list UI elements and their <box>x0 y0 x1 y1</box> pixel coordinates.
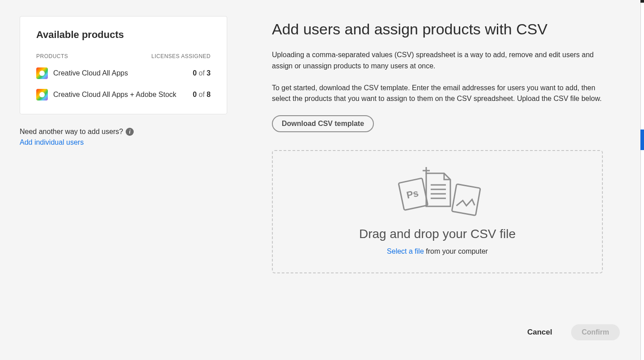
page-title: Add users and assign products with CSV <box>272 21 603 38</box>
svg-text:Ps: Ps <box>405 188 419 201</box>
svg-rect-8 <box>452 184 480 215</box>
panel-title: Available products <box>36 29 211 41</box>
intro-paragraph-2: To get started, download the CSV templat… <box>272 83 603 105</box>
need-another-label: Need another way to add users? <box>20 128 123 136</box>
available-products-panel: Available products PRODUCTS LICENSES ASS… <box>20 16 227 114</box>
creative-cloud-icon <box>36 89 48 100</box>
license-count: 0 of 3 <box>193 69 211 77</box>
dropzone-title: Drag and drop your CSV file <box>282 227 593 241</box>
column-headers: PRODUCTS LICENSES ASSIGNED <box>36 53 211 59</box>
creative-cloud-icon <box>36 67 48 79</box>
under-panel: Need another way to add users? i Add ind… <box>20 128 227 147</box>
edge-decoration <box>640 130 644 150</box>
product-name: Creative Cloud All Apps <box>53 69 193 77</box>
csv-dropzone[interactable]: Ps <box>272 150 603 273</box>
footer-actions: Cancel Confirm <box>527 324 620 340</box>
download-csv-template-button[interactable]: Download CSV template <box>272 115 374 132</box>
confirm-button[interactable]: Confirm <box>571 324 620 340</box>
need-another-row: Need another way to add users? i <box>20 128 227 136</box>
documents-icon: Ps <box>390 165 484 219</box>
edge-decoration <box>640 0 644 360</box>
select-file-link[interactable]: Select a file <box>387 247 424 255</box>
product-row: Creative Cloud All Apps 0 of 3 <box>36 67 211 79</box>
from-computer-label: from your computer <box>424 247 488 255</box>
product-name: Creative Cloud All Apps + Adobe Stock <box>53 91 193 99</box>
add-individual-users-link[interactable]: Add individual users <box>20 138 84 146</box>
edge-decoration <box>640 0 644 3</box>
intro-paragraph-1: Uploading a comma-separated values (CSV)… <box>272 50 603 72</box>
col-licenses-header: LICENSES ASSIGNED <box>151 53 211 59</box>
info-icon[interactable]: i <box>126 128 134 136</box>
left-column: Available products PRODUCTS LICENSES ASS… <box>20 16 227 273</box>
col-products-header: PRODUCTS <box>36 53 68 59</box>
dropzone-illustration: Ps <box>282 165 593 219</box>
license-count: 0 of 8 <box>193 91 211 99</box>
product-row: Creative Cloud All Apps + Adobe Stock 0 … <box>36 89 211 100</box>
cancel-button[interactable]: Cancel <box>527 328 552 337</box>
dropzone-subtext: Select a file from your computer <box>282 247 593 255</box>
right-column: Add users and assign products with CSV U… <box>272 16 603 273</box>
